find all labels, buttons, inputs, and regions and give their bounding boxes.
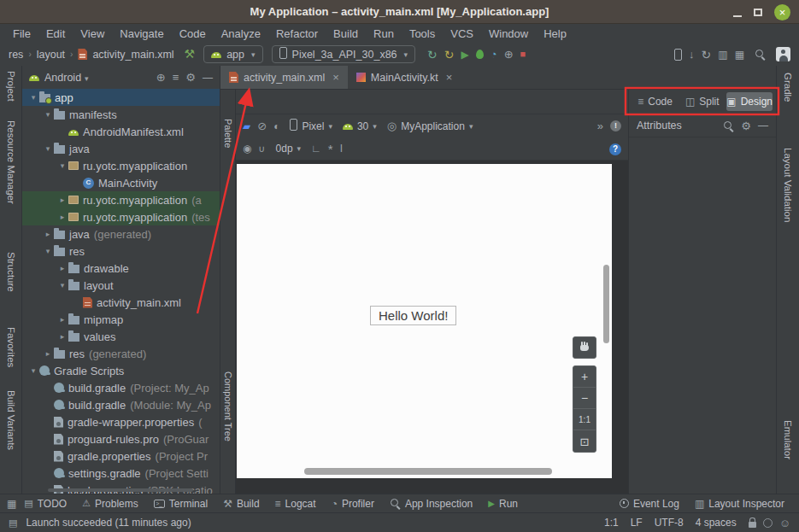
search-icon[interactable] [755, 49, 766, 60]
menu-help[interactable]: Help [536, 26, 574, 41]
maximize-icon[interactable] [754, 9, 762, 16]
tree-item-ru-yotc-myapplication[interactable]: ▾ru.yotc.myapplication [22, 157, 220, 174]
blueprint-icon[interactable]: ⊘ [257, 120, 267, 132]
toolwindow-terminal[interactable]: Terminal [146, 494, 215, 513]
lock-icon[interactable] [749, 522, 756, 528]
toolwindow-layout-inspector[interactable]: ▥Layout Inspector [687, 494, 792, 513]
api-level-select[interactable]: 30 [343, 120, 377, 132]
chevron-down-icon[interactable]: ▾ [56, 281, 68, 289]
textview-hello-world[interactable]: Hello World! [370, 306, 456, 325]
tree-item-ru-yotc-myapplication-tes[interactable]: ▸ru.yotc.myapplication(tes [22, 208, 220, 225]
menu-build[interactable]: Build [326, 26, 366, 41]
toolwindow-run[interactable]: ▶Run [480, 494, 526, 513]
tab-close-icon[interactable]: × [332, 71, 339, 84]
toolwindow-stripe-build-variants[interactable]: Build Variants [6, 390, 16, 450]
toolwindow-stripe-structure[interactable]: Structure [6, 252, 16, 292]
line-separator[interactable]: LF [631, 517, 643, 529]
default-margin-select[interactable]: 0dp [276, 143, 302, 155]
toolwindow-stripe-resource-manager[interactable]: Resource Manager [6, 120, 16, 204]
help-icon[interactable]: ? [609, 143, 621, 155]
hamburger-icon[interactable]: ▤ [9, 518, 17, 528]
status-message[interactable]: Launch succeeded (11 minutes ago) [26, 517, 191, 529]
toolwindow-stripe-emulator[interactable]: Emulator [783, 420, 793, 459]
guideline-icon[interactable]: ∟ [311, 143, 321, 154]
device-select[interactable]: Pixel_3a_API_30_x86 [272, 45, 416, 63]
switcher-icon[interactable]: ▦ [7, 499, 16, 509]
attach-debugger-icon[interactable]: ⊕ [504, 49, 514, 60]
menu-code[interactable]: Code [172, 26, 214, 41]
wand-icon[interactable]: * [328, 143, 333, 155]
device-canvas[interactable]: Hello World! [237, 164, 612, 478]
menu-refactor[interactable]: Refactor [268, 26, 326, 41]
chevron-right-icon[interactable]: ▸ [56, 332, 68, 341]
toolwindow-event-log[interactable]: Event Log [612, 494, 687, 513]
apply-code-changes-icon[interactable]: ↻ [444, 49, 455, 61]
tree-item-androidmanifest-xml[interactable]: AndroidManifest.xml [22, 123, 220, 140]
tree-item-res[interactable]: ▾res [22, 243, 220, 260]
editor-tab-mainactivity-kt[interactable]: MainActivity.kt× [348, 66, 461, 89]
toolwindow-app-inspection[interactable]: App Inspection [382, 494, 480, 513]
layout-inspector-icon[interactable]: ▥ [718, 50, 727, 60]
close-icon[interactable] [774, 4, 790, 20]
minimize-icon[interactable] [733, 8, 742, 17]
gradle-sync-icon[interactable]: ↻ [702, 49, 712, 61]
toolwindow-build[interactable]: ⚒Build [215, 494, 267, 513]
run-config-select[interactable]: app [203, 45, 262, 63]
zoom-out-button[interactable]: − [573, 388, 596, 409]
chevron-right-icon[interactable]: ▸ [56, 315, 68, 324]
hide-icon[interactable]: — [758, 120, 768, 131]
tree-item-activity-main-xml[interactable]: activity_main.xml [22, 294, 220, 311]
project-view-select[interactable]: Android [44, 72, 89, 84]
caret-position[interactable]: 1:1 [604, 517, 619, 529]
device-manager-icon[interactable] [674, 49, 682, 61]
tree-item-res-generated[interactable]: ▸res(generated) [22, 345, 220, 362]
debug-icon[interactable] [476, 50, 484, 59]
chevron-right-icon[interactable]: ▸ [56, 264, 68, 272]
project-tree-scrollbar[interactable] [48, 488, 193, 492]
menu-view[interactable]: View [73, 26, 112, 41]
collapse-all-icon[interactable]: ≡ [173, 72, 179, 83]
tree-item-build-gradle-module-my-ap[interactable]: build.gradle(Module: My_Ap [22, 396, 220, 413]
menu-navigate[interactable]: Navigate [112, 26, 171, 41]
zoom-ratio-button[interactable]: 1:1 [573, 409, 596, 430]
toolwindow-problems[interactable]: ⚠Problems [74, 494, 146, 513]
sdk-manager-icon[interactable]: ↓ [689, 49, 695, 60]
build-hammer-icon[interactable]: ⚒ [185, 48, 196, 60]
mode-design-button[interactable]: ▣Design [726, 92, 773, 111]
cursor-icon[interactable]: I [340, 143, 343, 154]
overflow-icon[interactable]: » [597, 120, 603, 132]
apply-changes-icon[interactable]: ↻ [427, 49, 438, 61]
hide-icon[interactable]: — [203, 73, 213, 83]
chevron-down-icon[interactable]: ▾ [27, 366, 39, 375]
stop-icon[interactable]: ■ [520, 50, 526, 59]
zoom-in-button[interactable]: + [573, 366, 596, 388]
mode-code-button[interactable]: ≡Code [632, 92, 678, 111]
breadcrumb-res[interactable]: res [9, 49, 23, 61]
chevron-down-icon[interactable]: ▾ [42, 110, 54, 119]
tree-item-mainactivity[interactable]: MainActivity [22, 174, 220, 191]
chevron-right-icon[interactable]: ▸ [42, 349, 54, 358]
toolwindow-profiler[interactable]: ◔Profiler [324, 494, 382, 513]
toolwindow-stripe-project[interactable]: Project [6, 71, 16, 102]
eye-icon[interactable]: ◉ [243, 143, 251, 154]
chevron-right-icon[interactable]: ▸ [42, 230, 54, 238]
vertical-scrollbar[interactable] [603, 265, 609, 343]
chevron-right-icon[interactable]: ▸ [56, 196, 68, 204]
chevron-down-icon[interactable]: ▾ [27, 93, 39, 102]
menu-window[interactable]: Window [481, 26, 536, 41]
theme-select[interactable]: ◎ MyApplication [387, 120, 473, 132]
run-icon[interactable]: ▶ [461, 50, 469, 60]
file-encoding[interactable]: UTF-8 [655, 517, 684, 529]
pan-button[interactable] [573, 336, 596, 359]
chevron-down-icon[interactable]: ▾ [56, 161, 68, 170]
horizontal-scrollbar[interactable] [304, 468, 552, 475]
component-tree-tab[interactable]: Component Tree [223, 371, 233, 441]
zoom-fit-button[interactable]: ⊡ [573, 430, 596, 452]
menu-tools[interactable]: Tools [402, 26, 443, 41]
tree-item-layout[interactable]: ▾layout [22, 277, 220, 294]
chevron-down-icon[interactable]: ▾ [42, 144, 54, 153]
tree-item-mipmap[interactable]: ▸mipmap [22, 311, 220, 328]
tree-item-app[interactable]: ▾app [22, 89, 220, 106]
menu-run[interactable]: Run [366, 26, 402, 41]
settings-icon[interactable]: ⚙ [185, 72, 196, 83]
